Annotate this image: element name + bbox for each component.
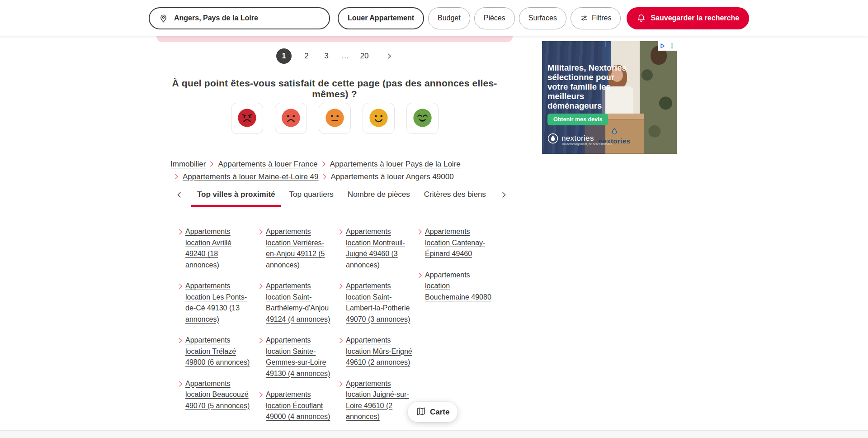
save-search-button[interactable]: Sauvegarder la recherche [627, 7, 749, 29]
breadcrumb-item-0[interactable]: Immobilier [170, 160, 206, 168]
seo-link-item: Appartements location Saint-Barthélemy-d… [260, 281, 333, 325]
ad-kebab-menu-icon[interactable] [667, 41, 677, 51]
seo-link[interactable]: Appartements location Verrières-en-Anjou… [266, 228, 325, 269]
rating-very-dissatisfied[interactable] [231, 103, 263, 134]
sad-face-icon [281, 108, 301, 129]
tabs-scroll-right-button[interactable] [500, 190, 508, 200]
links-column-0: Appartements location Avrillé 49240 (18 … [180, 226, 252, 421]
filter-pill-3[interactable]: Surfaces [519, 7, 566, 29]
seo-link[interactable]: Appartements location Saint-Lambert-la-P… [346, 282, 410, 323]
breadcrumb-chevron-icon [175, 171, 179, 184]
map-button-label: Carte [430, 408, 449, 417]
link-chevron-icon [179, 381, 183, 389]
pagination-ellipsis: … [341, 52, 349, 61]
tabs-scroll-left-button[interactable] [175, 190, 183, 200]
seo-link[interactable]: Appartements location Les Ponts-de-Cé 49… [185, 282, 247, 323]
links-column-2: Appartements location Montreuil-Juigné 4… [340, 226, 413, 433]
tab-top-quartiers[interactable]: Top quartiers [289, 190, 334, 207]
filter-pill-4[interactable]: Filtres [571, 7, 621, 29]
seo-link-item: Appartements location Les Ponts-de-Cé 49… [180, 281, 252, 325]
links-column-1: Appartements location Verrières-en-Anjou… [260, 226, 333, 433]
filter-pill-label: Pièces [484, 14, 505, 22]
links-column-3: Appartements location Cantenay-Épinard 4… [420, 226, 492, 313]
breadcrumb-chevron-icon [323, 171, 327, 184]
rating-dissatisfied[interactable] [275, 103, 307, 134]
seo-link[interactable]: Appartements location Écouflant 49000 (4… [266, 390, 330, 420]
map-icon [416, 406, 426, 418]
link-chevron-icon [418, 229, 422, 237]
link-chevron-icon [339, 283, 343, 291]
ad-cta-button[interactable]: Obtenir mes devis [547, 114, 608, 125]
location-pin-icon [159, 14, 168, 23]
breadcrumb-item-3[interactable]: Appartements à louer Maine-et-Loire 49 [183, 172, 319, 181]
seo-link[interactable]: Appartements location Avrillé 49240 (18 … [185, 228, 231, 269]
tab-crit-res-des-biens[interactable]: Critères des biens [424, 190, 486, 207]
filter-pill-label: Filtres [592, 14, 612, 22]
search-header: Angers, Pays de la Loire Louer Apparteme… [0, 0, 868, 36]
seo-link-item: Appartements location Montreuil-Juigné 4… [340, 226, 413, 271]
seo-link[interactable]: Appartements location Sainte-Gemmes-sur-… [266, 336, 330, 377]
search-results-page: Angers, Pays de la Loire Louer Apparteme… [0, 0, 868, 438]
rating-neutral[interactable] [319, 103, 351, 134]
breadcrumb-chevron-icon [210, 158, 214, 171]
ad-brand-name: nextories [561, 134, 594, 143]
seo-link-item: Appartements location Avrillé 49240 (18 … [180, 226, 252, 271]
filter-pill-2[interactable]: Pièces [474, 7, 515, 29]
tab-nombre-de-pi-ces[interactable]: Nombre de pièces [348, 190, 410, 207]
link-chevron-icon [179, 337, 183, 345]
seo-tabs: Top villes à proximitéTop quartiersNombr… [156, 190, 513, 207]
link-chevron-icon [179, 283, 183, 291]
pagination: 123…20 [156, 48, 513, 64]
filter-pill-label: Louer Appartement [348, 14, 414, 22]
angry-face-icon [237, 108, 257, 129]
link-chevron-icon [259, 337, 263, 345]
filter-pill-row: Louer AppartementBudgetPiècesSurfacesFil… [338, 7, 621, 29]
feedback-question: À quel point êtes-vous satisfait de cett… [156, 78, 513, 100]
filter-pill-label: Budget [438, 14, 461, 22]
advertisement[interactable]: nextories Militaires, Nextories sélectio… [542, 41, 677, 154]
seo-link[interactable]: Appartements location Trélazé 49800 (6 a… [185, 336, 250, 366]
filter-pill-1[interactable]: Budget [428, 7, 470, 29]
neutral-face-icon [325, 108, 345, 129]
page-3[interactable]: 3 [321, 52, 331, 61]
location-search-value: Angers, Pays de la Loire [174, 14, 258, 22]
nextories-drop-icon [610, 127, 619, 136]
seo-link-item: Appartements location Écouflant 49000 (4… [260, 389, 333, 423]
breadcrumb-item-2[interactable]: Appartements à louer Pays de la Loire [330, 160, 461, 168]
tab-top-villes-proximit-[interactable]: Top villes à proximité [197, 190, 275, 207]
page-2[interactable]: 2 [302, 52, 311, 61]
seo-link[interactable]: Appartements location Montreuil-Juigné 4… [346, 228, 405, 269]
next-page-button[interactable] [386, 51, 393, 61]
rating-satisfied[interactable] [363, 103, 395, 134]
link-chevron-icon [339, 229, 343, 237]
seo-link-item: Appartements location Mûrs-Erigné 49610 … [340, 335, 413, 368]
seo-link[interactable]: Appartements location Cantenay-Épinard 4… [425, 228, 485, 257]
seo-link-item: Appartements location Bouchemaine 49080 [420, 270, 492, 303]
map-button[interactable]: Carte [408, 402, 458, 422]
seo-link-item: Appartements location Beaucouzé 49070 (5… [180, 378, 252, 412]
footer-strip [0, 430, 868, 438]
seo-link[interactable]: Appartements location Mûrs-Erigné 49610 … [346, 336, 412, 366]
link-chevron-icon [179, 229, 183, 237]
page-1-current[interactable]: 1 [276, 48, 292, 64]
link-chevron-icon [259, 283, 263, 291]
seo-link[interactable]: Appartements location Juigné-sur-Loire 4… [346, 380, 409, 421]
adchoices-icon[interactable] [658, 41, 667, 51]
smile-face-icon [368, 108, 389, 129]
ad-brand-tagline: Un déménagement, de belles histoires [562, 143, 612, 146]
seo-link[interactable]: Appartements location Beaucouzé 49070 (5… [185, 380, 250, 409]
link-chevron-icon [259, 229, 263, 237]
ad-controls [658, 41, 677, 51]
sliders-icon [580, 14, 588, 22]
breadcrumb-item-1[interactable]: Appartements à louer France [218, 160, 317, 168]
filter-pill-label: Surfaces [528, 14, 557, 22]
rating-very-satisfied[interactable] [406, 103, 439, 134]
location-search-input[interactable]: Angers, Pays de la Loire [149, 7, 330, 29]
link-chevron-icon [339, 337, 343, 345]
filter-pill-0[interactable]: Louer Appartement [338, 7, 424, 29]
breadcrumb: ImmobilierAppartements à louer FranceApp… [170, 158, 469, 183]
link-chevron-icon [418, 272, 422, 280]
page-20[interactable]: 20 [359, 52, 369, 61]
seo-link[interactable]: Appartements location Saint-Barthélemy-d… [266, 282, 330, 323]
seo-link[interactable]: Appartements location Bouchemaine 49080 [425, 271, 491, 301]
